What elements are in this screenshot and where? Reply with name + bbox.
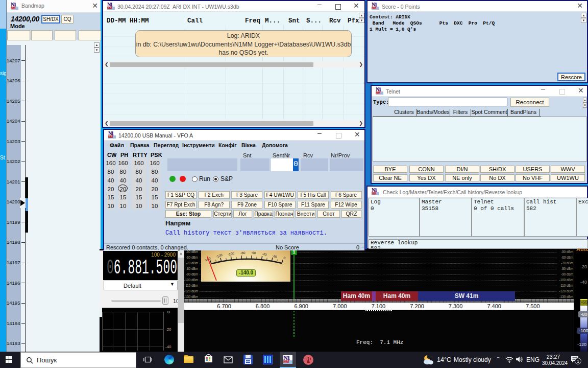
svg-text:-40: -40: [261, 252, 267, 257]
svg-text:-100: -100: [227, 251, 234, 256]
svg-text:-80: -80: [240, 251, 246, 255]
svg-text:0: 0: [283, 256, 286, 260]
svg-text:-60: -60: [251, 250, 256, 255]
svg-text:-120: -120: [215, 253, 223, 259]
